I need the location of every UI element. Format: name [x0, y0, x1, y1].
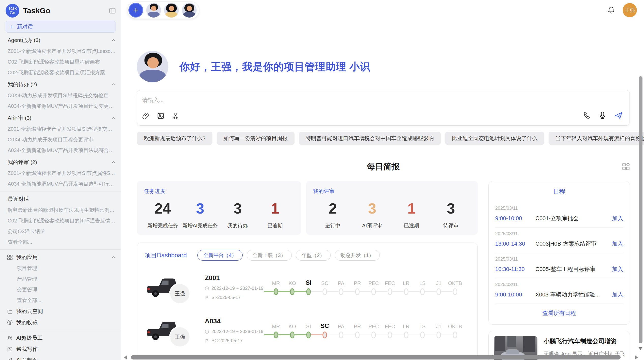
- voice-call-button[interactable]: [583, 111, 591, 119]
- sidebar-recent-chat-item[interactable]: 公司Q3轻卡销量: [0, 226, 121, 237]
- project-row[interactable]: 王强A0342023-12-19 ~ 2026-01-19SC-2025-05-…: [145, 313, 470, 347]
- milestone-timeline: MRKOSISCPAPRPECFECLRLSJ1OKTB: [268, 277, 463, 297]
- event-join-link[interactable]: 加入: [612, 265, 623, 273]
- horizontal-scrollbar-thumb[interactable]: [131, 355, 621, 359]
- dashboard-filter-chip[interactable]: 年型（2）: [296, 250, 331, 261]
- sidebar-section-label: Agent已办 (3): [8, 37, 40, 44]
- pen-icon: [7, 357, 13, 360]
- sidebar-tool-write[interactable]: 帮我写作: [0, 343, 121, 355]
- event-time: 9:00-10:00: [495, 291, 535, 298]
- stat-label: 进行中: [313, 222, 353, 229]
- scroll-right-arrow[interactable]: [635, 355, 638, 359]
- dashboard-filter-chip[interactable]: 全新上装（3）: [247, 250, 292, 261]
- project-meta: Z0012023-12-19 ~ 2027-01-19SI-2025-05-17: [205, 274, 266, 300]
- send-button[interactable]: [614, 111, 623, 120]
- suggestion-chip[interactable]: 当下年轻人对汽车外观有怎样的喜好趋势: [549, 132, 644, 145]
- news-image-building: [507, 336, 516, 347]
- milestone-label: KO: [289, 320, 296, 329]
- brief-layout-button[interactable]: [622, 163, 630, 170]
- milestone-node: [420, 332, 425, 338]
- sidebar-item-star[interactable]: 我的收藏: [0, 317, 121, 328]
- milestone-PA: PA: [333, 320, 349, 340]
- milestone-label: J1: [436, 320, 441, 329]
- milestone-label: LR: [403, 320, 409, 329]
- sidebar-item-cloud-folder[interactable]: 我的云空间: [0, 306, 121, 317]
- user-avatar[interactable]: 王强: [623, 3, 637, 17]
- sidebar-tool-pen[interactable]: 创意制图: [0, 355, 121, 360]
- sidebar-task-item[interactable]: C0X4-动力总成开发项目SI里程碑提交物检查: [0, 90, 121, 101]
- avatar-bust: [147, 12, 160, 18]
- milestone-PR: PR: [349, 320, 365, 340]
- daily-brief-header: 每日简报: [137, 161, 630, 173]
- sidebar-task-item[interactable]: Z001-全新燃油皮卡产品开发项目SI节点Lesson Learn报告: [0, 46, 121, 56]
- sidebar-section-header-1[interactable]: 我的待办 (2): [0, 79, 121, 90]
- vertical-scrollbar[interactable]: [639, 76, 642, 343]
- new-chat-button[interactable]: + 新对话: [6, 21, 115, 33]
- project-row[interactable]: 王强Z0012023-12-19 ~ 2027-01-19SI-2025-05-…: [145, 270, 470, 304]
- view-all-schedule-link[interactable]: 查看所有日程: [495, 309, 623, 317]
- sidebar-section-header-3[interactable]: 我的评审 (2): [0, 157, 121, 168]
- scroll-left-arrow[interactable]: [124, 355, 127, 359]
- teammate-avatar-1[interactable]: [146, 3, 161, 18]
- scissors-icon: [172, 112, 179, 120]
- attach-file-button[interactable]: [142, 112, 150, 120]
- suggestion-chip[interactable]: 如何写一份清晰的项目周报: [217, 132, 295, 145]
- dashboard-filter-chip[interactable]: 全新平台（4）: [197, 250, 242, 261]
- event-date: 2025/03/11: [495, 206, 623, 211]
- event-join-link[interactable]: 加入: [612, 215, 623, 222]
- sidebar-tool-people[interactable]: AI超级员工: [0, 332, 121, 343]
- sidebar-task-item[interactable]: C02-飞腾新能源轻客改款项目立项汇报方案: [0, 67, 121, 78]
- milestone-label: PR: [354, 277, 361, 286]
- sidebar-recent-chat-item[interactable]: 查看全部...: [0, 237, 121, 247]
- assistant-greeting-block: 你好，王强，我是你的项目管理助理 小识: [137, 51, 630, 82]
- apps-grid-icon: [7, 254, 13, 260]
- sidebar-recent-chat-item[interactable]: C02-飞腾新能源轻客改款项目的闭环通告反馈情况: [0, 215, 121, 226]
- project-code: A034: [205, 317, 266, 325]
- milestone-node: [371, 332, 376, 338]
- sidebar-section-header-2[interactable]: AI评审 (3): [0, 112, 121, 124]
- chat-input[interactable]: [142, 97, 624, 103]
- my-apps-item[interactable]: 产品管理: [0, 274, 121, 284]
- suggestion-chip[interactable]: 欧洲新规最近颁布了什么?: [137, 132, 212, 145]
- sidebar-task-item[interactable]: Z001-全新燃油轻卡产品开发项目SI造型提交物评审: [0, 124, 121, 134]
- sidebar-item-my-apps[interactable]: 我的应用: [0, 252, 121, 263]
- stat-label: 新增AI完成任务: [181, 222, 219, 229]
- sidebar-task-sections: Agent已办 (3)Z001-全新燃油皮卡产品开发项目SI节点Lesson L…: [0, 35, 121, 189]
- sidebar-section-header-0[interactable]: Agent已办 (3): [0, 35, 121, 46]
- screenshot-button[interactable]: [172, 112, 179, 120]
- insert-image-button[interactable]: [157, 112, 165, 120]
- star-badge-icon: [7, 320, 13, 325]
- milestone-label: J1: [436, 277, 441, 286]
- sidebar-recent-chat-item[interactable]: 解释最新出台的欧盟报废车法规再生塑料比例被调至15%...: [0, 205, 121, 215]
- milestone-KO: KO: [284, 320, 300, 340]
- notifications-button[interactable]: [607, 6, 616, 14]
- collapse-sidebar-button[interactable]: [109, 7, 116, 14]
- dashboard-filter-chip[interactable]: 动总开发（1）: [335, 250, 380, 261]
- stat-item: 3AI预评审: [353, 200, 392, 229]
- teammate-avatar-3[interactable]: [182, 3, 197, 18]
- my-apps-item[interactable]: 查看全部...: [0, 295, 121, 306]
- suggestion-chip[interactable]: 比亚迪全固态电池计划具体说了什么: [445, 132, 544, 145]
- plus-icon: +: [10, 23, 14, 30]
- sidebar-task-item[interactable]: C02-飞腾新能源轻客改款项目里程碑画布: [0, 56, 121, 67]
- sidebar-task-item[interactable]: A034-全新新能源MUV产品开发项目造型可行性评审: [0, 178, 121, 189]
- sidebar-task-item[interactable]: A034-全新新能源MUV产品开发项目计划变更表编写: [0, 101, 121, 111]
- voice-input-button[interactable]: [598, 111, 607, 119]
- event-join-link[interactable]: 加入: [612, 291, 623, 298]
- event-row: 13:00-14:30C003|H0B-方案冻结评审加入: [495, 240, 623, 248]
- add-agent-button[interactable]: +: [128, 3, 143, 18]
- stat-value: 1: [392, 200, 431, 217]
- my-apps-item[interactable]: 项目管理: [0, 263, 121, 274]
- cloud-folder-icon: [7, 308, 13, 314]
- sidebar-ai-tools: AI超级员工帮我写作创意制图: [0, 332, 121, 360]
- event-join-link[interactable]: 加入: [612, 240, 623, 248]
- my-apps-item[interactable]: 变更管理: [0, 284, 121, 295]
- teammate-avatar-2[interactable]: [164, 3, 179, 18]
- scroll-down-arrow[interactable]: [639, 347, 642, 350]
- suggestion-chip[interactable]: 特朗普可能对进口汽车增税会对中国车企造成哪些影响: [299, 132, 441, 145]
- news-image-building: [523, 336, 535, 352]
- clock-icon: [205, 286, 209, 291]
- sidebar-task-item[interactable]: Z001-全新燃油轻卡产品开发项目SI节点属性5D文件评审: [0, 168, 121, 178]
- sidebar-task-item[interactable]: A034-全新新能源MUV产品开发项目法规符合性评审: [0, 145, 121, 156]
- sidebar-task-item[interactable]: C0X4-动力总成开发项目工程变更评审: [0, 134, 121, 145]
